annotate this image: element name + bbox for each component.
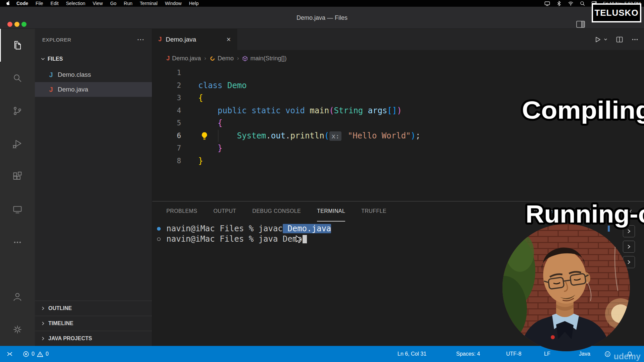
code-line-5[interactable]: 5 { — [152, 117, 644, 130]
code-line-6[interactable]: 6 System.out.println(x: "Hello World"); — [152, 130, 644, 142]
macos-menu-bar: CodeFileEditSelectionViewGoRunTerminalWi… — [0, 0, 644, 7]
tab-demo-java[interactable]: J Demo.java × — [152, 29, 237, 50]
kill-terminal-trash-icon[interactable] — [601, 208, 607, 215]
udemy-watermark: udemy — [613, 352, 641, 361]
tab-label: Demo.java — [166, 36, 196, 43]
remote-indicator-icon[interactable] — [0, 351, 19, 357]
warning-icon — [37, 351, 43, 357]
code-line-8[interactable]: 8} — [152, 155, 644, 168]
menu-view[interactable]: View — [89, 0, 106, 7]
explorer-sidebar: EXPLORER ⋯ FILES JDemo.classJDemo.java O… — [35, 29, 152, 346]
new-terminal-icon[interactable] — [560, 208, 567, 215]
panel-tab-terminal[interactable]: TERMINAL — [317, 201, 345, 222]
file-item-demo.java[interactable]: JDemo.java — [35, 82, 152, 97]
run-debug-icon[interactable] — [0, 127, 35, 160]
menu-window[interactable]: Window — [161, 0, 185, 7]
launch-profile-chevron-icon[interactable] — [574, 209, 579, 214]
search-icon[interactable] — [0, 62, 35, 95]
explorer-more-actions-icon[interactable]: ⋯ — [137, 35, 145, 44]
java-file-icon: J — [48, 71, 54, 79]
code-line-2[interactable]: 2class Demo — [152, 79, 644, 92]
chevron-down-icon — [603, 37, 608, 42]
vscode-window: CodeFileEditSelectionViewGoRunTerminalWi… — [0, 0, 644, 362]
bluetooth-icon[interactable] — [556, 1, 562, 6]
menu-code[interactable]: Code — [13, 0, 32, 7]
panel-tab-debug-console[interactable]: DEBUG CONSOLE — [252, 201, 301, 222]
settings-gear-icon[interactable] — [0, 313, 35, 346]
wifi-icon[interactable] — [568, 1, 574, 6]
line-number: 4 — [152, 105, 181, 117]
menu-file[interactable]: File — [32, 0, 47, 7]
terminal-cursor — [303, 235, 307, 243]
panel-tab-problems[interactable]: PROBLEMS — [166, 201, 197, 222]
file-name: Demo.class — [58, 71, 91, 78]
editor-tab-bar: J Demo.java × — [152, 29, 644, 50]
split-terminal-icon[interactable] — [587, 208, 593, 215]
breadcrumb-separator: › — [204, 55, 206, 62]
file-name: Demo.java — [58, 86, 88, 93]
extensions-icon[interactable] — [0, 160, 35, 193]
chevron-down-icon — [40, 56, 46, 62]
explorer-icon[interactable] — [0, 29, 35, 62]
line-number: 1 — [152, 67, 181, 79]
close-panel-icon[interactable] — [627, 209, 633, 214]
menu-edit[interactable]: Edit — [47, 0, 62, 7]
line-number: 2 — [152, 79, 181, 92]
command-decoration-icon — [157, 237, 161, 241]
instructor-webcam — [502, 224, 630, 351]
line-number: 8 — [152, 155, 181, 168]
chevron-right-icon — [40, 306, 46, 311]
section-timeline[interactable]: TIMELINE — [35, 316, 152, 331]
editor-area: J Demo.java × JDemo.java›Demo›main(Strin… — [152, 29, 644, 201]
split-editor-icon[interactable] — [616, 36, 623, 43]
code-editor[interactable]: 12class Demo3{4 public static void main(… — [152, 67, 644, 167]
maximize-panel-chevron-icon[interactable] — [615, 209, 620, 214]
line-number: 3 — [152, 92, 181, 105]
source-control-icon[interactable] — [0, 95, 35, 127]
more-actions-icon[interactable] — [0, 226, 35, 259]
lightbulb-icon[interactable] — [200, 132, 209, 140]
breadcrumb-item[interactable]: JDemo.java — [166, 55, 201, 62]
chevron-right-icon — [40, 321, 46, 326]
code-line-3[interactable]: 3{ — [152, 92, 644, 105]
error-icon — [23, 351, 29, 357]
menu-go[interactable]: Go — [106, 0, 120, 7]
menu-run[interactable]: Run — [120, 0, 136, 7]
window-title-bar: Demo.java — Files — [0, 7, 644, 29]
breadcrumb-item[interactable]: Demo — [210, 55, 234, 62]
terminal-icon — [534, 208, 542, 215]
line-number: 5 — [152, 117, 181, 130]
apple-menu-icon[interactable] — [6, 1, 11, 6]
shell-selector[interactable]: zsh — [534, 208, 553, 215]
run-java-button[interactable] — [594, 36, 608, 43]
file-item-demo.class[interactable]: JDemo.class — [35, 67, 152, 82]
customize-layout-icon[interactable] — [576, 21, 585, 28]
search-icon[interactable] — [580, 1, 585, 6]
code-line-4[interactable]: 4 public static void main(String args[]) — [152, 105, 644, 117]
code-line-1[interactable]: 1 — [152, 67, 644, 79]
breadcrumb: JDemo.java›Demo›main(String[]) — [152, 50, 644, 67]
chevron-right-icon — [40, 336, 46, 341]
account-icon[interactable] — [0, 280, 35, 313]
menu-terminal[interactable]: Terminal — [136, 0, 161, 7]
close-tab-icon[interactable]: × — [226, 35, 231, 44]
breadcrumb-separator: › — [237, 55, 239, 62]
sidebar-title: EXPLORER — [42, 37, 71, 43]
indentation-status[interactable]: Spaces: 4 — [456, 346, 480, 362]
section-java-projects[interactable]: JAVA PROJECTS — [35, 331, 152, 346]
problems-status[interactable]: 0 0 — [19, 351, 49, 357]
section-outline[interactable]: OUTLINE — [35, 301, 152, 316]
screen-mirroring-icon[interactable] — [544, 1, 550, 6]
cursor-position-status[interactable]: Ln 6, Col 31 — [397, 346, 426, 362]
panel-tab-output[interactable]: OUTPUT — [213, 201, 236, 222]
code-line-7[interactable]: 7 } — [152, 142, 644, 155]
menu-selection[interactable]: Selection — [62, 0, 89, 7]
menu-help[interactable]: Help — [185, 0, 202, 7]
more-actions-icon[interactable] — [631, 36, 639, 43]
remote-explorer-icon[interactable] — [0, 193, 35, 226]
class-symbol-icon — [210, 56, 215, 61]
files-section-header[interactable]: FILES — [35, 50, 152, 67]
line-number: 6 — [152, 130, 181, 142]
breadcrumb-item[interactable]: main(String[]) — [242, 55, 286, 62]
panel-tab-truffle[interactable]: TRUFFLE — [361, 201, 386, 222]
